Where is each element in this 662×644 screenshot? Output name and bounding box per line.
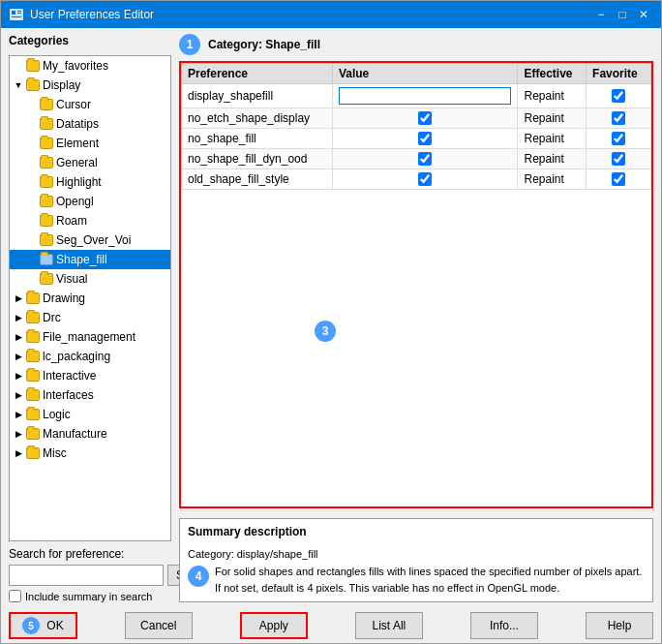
tree-item-general[interactable]: General xyxy=(10,153,170,172)
expand-icon xyxy=(25,137,39,150)
tree-item-interactive[interactable]: ▶ Interactive xyxy=(10,366,170,385)
folder-icon xyxy=(39,175,54,189)
tree-item-logic[interactable]: ▶ Logic xyxy=(10,405,170,424)
tree-item-cursor[interactable]: Cursor xyxy=(10,95,170,114)
ok-button[interactable]: 5 OK xyxy=(9,612,77,639)
pref-name: display_shapefill xyxy=(182,84,333,108)
tree-item-file-management[interactable]: ▶ File_management xyxy=(10,327,170,347)
tree-item-datatips[interactable]: Datatips xyxy=(10,114,170,134)
value-checkbox[interactable] xyxy=(418,132,432,145)
value-checkbox[interactable] xyxy=(418,111,432,125)
expand-icon xyxy=(25,156,39,169)
summary-title: Summary description xyxy=(188,525,307,538)
expand-icon: ▶ xyxy=(12,369,25,383)
pref-effective: Repaint xyxy=(518,84,587,108)
pref-value[interactable] xyxy=(332,84,518,108)
search-label: Search for preference: xyxy=(9,547,171,561)
close-button[interactable]: ✕ xyxy=(634,5,653,24)
search-input[interactable] xyxy=(9,565,164,586)
include-summary-row: Include summary in search xyxy=(9,590,171,602)
expand-icon: ▶ xyxy=(12,330,25,344)
tree-container[interactable]: My_favorites ▼ Display Cursor Dat xyxy=(9,55,171,541)
tree-item-lc-packaging[interactable]: ▶ lc_packaging xyxy=(10,347,170,366)
tree-item-my-favorites[interactable]: My_favorites xyxy=(10,56,170,76)
svg-rect-4 xyxy=(12,16,21,17)
folder-icon xyxy=(39,253,54,266)
cancel-button[interactable]: Cancel xyxy=(125,612,193,639)
favorite-checkbox[interactable] xyxy=(612,152,625,166)
category-header: Category: Shape_fill xyxy=(208,38,320,51)
tree-label: lc_packaging xyxy=(43,348,110,365)
pref-name: no_etch_shape_display xyxy=(182,108,333,129)
tree-item-element[interactable]: Element xyxy=(10,134,170,153)
col-effective: Effective xyxy=(518,64,587,84)
preferences-table-container: Preference Value Effective Favorite disp… xyxy=(179,61,653,508)
badge-5: 5 xyxy=(22,617,40,634)
favorite-checkbox[interactable] xyxy=(612,89,625,103)
expand-icon: ▶ xyxy=(12,311,25,324)
folder-icon xyxy=(39,137,54,150)
tree-item-highlight[interactable]: Highlight xyxy=(10,172,170,192)
expand-icon xyxy=(25,195,39,208)
col-preference: Preference xyxy=(182,64,333,84)
search-row: Search xyxy=(9,565,171,586)
include-summary-checkbox[interactable] xyxy=(9,590,21,602)
pref-name: no_shape_fill_dyn_ood xyxy=(182,149,333,169)
col-favorite: Favorite xyxy=(587,64,651,84)
favorite-checkbox[interactable] xyxy=(612,132,625,145)
tree-item-manufacture[interactable]: ▶ Manufacture xyxy=(10,424,170,444)
tree-item-drawing[interactable]: ▶ Drawing xyxy=(10,289,170,308)
tree-item-opengl[interactable]: Opengl xyxy=(10,192,170,211)
tree-item-interfaces[interactable]: ▶ Interfaces xyxy=(10,385,170,405)
categories-label: Categories xyxy=(9,34,171,47)
folder-icon xyxy=(25,446,41,460)
pref-effective: Repaint xyxy=(518,108,587,129)
info-button[interactable]: Info... xyxy=(470,612,538,639)
list-all-button[interactable]: List All xyxy=(355,612,423,639)
table-row: old_shape_fill_style Repaint xyxy=(182,169,651,190)
pref-favorite xyxy=(587,129,651,149)
tree-label: Manufacture xyxy=(43,425,107,443)
tree-label: Interfaces xyxy=(43,386,94,404)
favorite-checkbox[interactable] xyxy=(612,172,625,186)
expand-icon xyxy=(25,98,39,111)
ok-label: OK xyxy=(46,619,63,632)
tree-item-display[interactable]: ▼ Display xyxy=(10,76,170,95)
folder-icon xyxy=(25,388,41,402)
tree-label: File_management xyxy=(43,328,135,346)
minimize-button[interactable]: − xyxy=(591,5,611,24)
tree-label: Display xyxy=(43,77,80,94)
tree-label: Visual xyxy=(56,270,87,288)
summary-category: Category: display/shape_fill xyxy=(188,546,645,563)
folder-icon xyxy=(25,311,41,324)
tree-item-seg-over-voi[interactable]: Seg_Over_Voi xyxy=(10,230,170,250)
tree-item-visual[interactable]: Visual xyxy=(10,269,170,289)
expand-icon xyxy=(25,175,39,189)
expand-icon: ▶ xyxy=(12,388,25,402)
tree-item-misc[interactable]: ▶ Misc xyxy=(10,444,170,463)
expand-icon xyxy=(25,214,39,228)
folder-icon xyxy=(25,330,41,344)
tree-item-roam[interactable]: Roam xyxy=(10,211,170,230)
tree-item-shape-fill[interactable]: Shape_fill xyxy=(10,250,170,269)
table-row: display_shapefill Repaint xyxy=(182,84,651,108)
help-button[interactable]: Help xyxy=(586,612,653,639)
summary-description: For solid shapes and rectangles fills wi… xyxy=(215,564,645,596)
pref-favorite xyxy=(587,169,651,190)
pref-name: old_shape_fill_style xyxy=(182,169,333,190)
expand-icon xyxy=(25,233,39,247)
value-checkbox[interactable] xyxy=(418,172,432,186)
tree-label: Interactive xyxy=(43,367,96,384)
badge-4: 4 xyxy=(188,566,209,587)
value-checkbox[interactable] xyxy=(418,152,432,166)
main-panel: Categories My_favorites ▼ Display xyxy=(1,28,661,608)
apply-button[interactable]: Apply xyxy=(240,612,308,639)
folder-icon xyxy=(25,408,41,421)
pref-favorite xyxy=(587,84,651,108)
window-title: User Preferences Editor xyxy=(30,8,154,21)
value-input[interactable] xyxy=(339,87,512,105)
favorite-checkbox[interactable] xyxy=(612,111,625,125)
maximize-button[interactable]: □ xyxy=(613,5,632,24)
tree-item-drc[interactable]: ▶ Drc xyxy=(10,308,170,327)
svg-rect-2 xyxy=(17,11,21,12)
